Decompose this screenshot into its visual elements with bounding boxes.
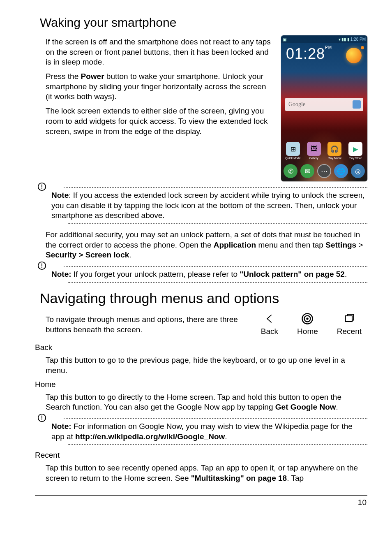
svg-point-8 <box>307 317 309 320</box>
text: . <box>129 250 131 259</box>
battery-icon: ▮ <box>347 37 350 42</box>
dock-row: ✆ ✉ ⋯ 🌐 ◎ <box>284 163 365 179</box>
note-google-now: Note: For information on Google Now, you… <box>35 418 367 445</box>
multitasking-xref: "Multitasking" on page 18 <box>191 474 287 482</box>
home-label: Home <box>297 327 318 336</box>
text: . Tap <box>287 474 304 482</box>
heading-recent: Recent <box>35 451 367 460</box>
app-play-music: 🎧Play Music <box>325 142 344 162</box>
settings-bold: Settings <box>325 241 356 249</box>
svg-rect-4 <box>42 264 42 266</box>
app-gallery: 🖼Gallery <box>304 142 323 162</box>
dock-camera-icon: ◎ <box>351 164 365 178</box>
lockscreen-illustration: ▣ ▾ ▮▮ ▮ 1:28 PM 01:28PM Google ⊞Quick M… <box>281 35 367 181</box>
heading-navigating: Navigating through menus and options <box>40 290 367 306</box>
status-left-icon: ▣ <box>283 37 286 42</box>
note-label: Note: <box>51 270 71 278</box>
text: Press the <box>46 72 81 81</box>
text: If you forget your unlock pattern, pleas… <box>71 270 240 278</box>
text: > <box>356 241 363 249</box>
google-label: Google <box>288 101 305 108</box>
clock-suffix: PM <box>325 45 332 50</box>
dock-browser-icon: 🌐 <box>334 164 348 178</box>
text: menu and then tap <box>256 241 325 249</box>
svg-rect-5 <box>42 267 42 268</box>
get-google-now-bold: Get Google Now <box>275 403 336 411</box>
note-extended-lockscreen: Note: If you access the extended lock sc… <box>35 187 367 224</box>
heading-home: Home <box>35 380 367 389</box>
heading-back: Back <box>35 343 367 352</box>
waking-para-2: Press the Power button to wake your smar… <box>46 72 273 102</box>
status-time: 1:28 PM <box>350 37 366 42</box>
note-icon <box>37 182 46 191</box>
text: . <box>225 432 227 441</box>
text: . <box>336 403 338 411</box>
svg-rect-2 <box>42 188 42 189</box>
app-play-store: ▶Play Store <box>346 142 365 162</box>
waking-para-1: If the screen is off and the smartphone … <box>46 37 273 67</box>
home-para: Tap this button to go directly to the Ho… <box>46 392 367 412</box>
clock-time: 01:28 <box>286 45 325 62</box>
app-row: ⊞Quick Mode 🖼Gallery 🎧Play Music ▶Play S… <box>284 142 365 162</box>
note-label: Note <box>51 191 69 199</box>
unlock-pattern-xref: "Unlock pattern" on page 52 <box>240 270 345 278</box>
recent-para: Tap this button to see recently opened a… <box>46 463 367 483</box>
status-bar: ▣ ▾ ▮▮ ▮ 1:28 PM <box>281 35 367 43</box>
app-quick-mode: ⊞Quick Mode <box>284 142 302 162</box>
back-label: Back <box>261 327 278 336</box>
label: Play Store <box>349 157 362 160</box>
dock-messages-icon: ✉ <box>300 164 314 178</box>
recent-label: Recent <box>337 327 362 336</box>
svg-rect-11 <box>42 415 42 418</box>
dock-phone-icon: ✆ <box>284 164 297 178</box>
home-icon <box>299 312 316 325</box>
note-icon <box>37 413 46 422</box>
nav-intro: To navigate through menus and options, t… <box>46 315 257 335</box>
lockscreen-clock: 01:28PM <box>286 45 332 63</box>
signal-icon: ▮▮ <box>341 37 346 42</box>
play-music-icon: 🎧 <box>327 142 341 156</box>
security-bold: Security > Screen lock <box>46 250 129 259</box>
label: Gallery <box>309 157 318 160</box>
play-store-icon: ▶ <box>348 142 362 156</box>
footer-rule <box>35 495 367 496</box>
page-number: 10 <box>35 498 367 507</box>
text: . <box>345 270 347 278</box>
nav-buttons-figure: Back Home Recent <box>261 312 362 336</box>
recent-icon <box>341 312 357 325</box>
google-search-bar: Google <box>285 98 363 111</box>
security-para: For additional security, you may set an … <box>46 230 367 260</box>
note-unlock-pattern: Note: If you forget your unlock pattern,… <box>35 266 367 283</box>
dock-apps-icon: ⋯ <box>317 164 331 178</box>
note-text: : If you access the extended lock screen… <box>51 191 365 220</box>
back-para: Tap this button to go to the previous pa… <box>46 355 367 375</box>
svg-rect-9 <box>346 316 352 322</box>
back-icon <box>261 312 278 325</box>
svg-rect-1 <box>42 185 42 188</box>
label: Play Music <box>327 157 341 160</box>
note-label: Note: <box>51 422 71 431</box>
heading-waking: Waking your smartphone <box>40 16 367 30</box>
waking-para-3: The lock screen extends to either side o… <box>46 106 273 137</box>
google-now-url: http://en.wikipedia.org/wiki/Google_Now <box>75 432 225 441</box>
wifi-icon: ▾ <box>339 37 341 42</box>
power-bold: Power <box>81 72 104 81</box>
quick-mode-icon: ⊞ <box>286 142 300 156</box>
gallery-icon: 🖼 <box>307 142 321 156</box>
weather-icon <box>346 48 362 63</box>
svg-rect-12 <box>42 419 42 420</box>
application-bold: Application <box>214 241 256 249</box>
label: Quick Mode <box>285 157 300 160</box>
note-icon <box>37 261 46 270</box>
mic-icon <box>353 100 361 109</box>
